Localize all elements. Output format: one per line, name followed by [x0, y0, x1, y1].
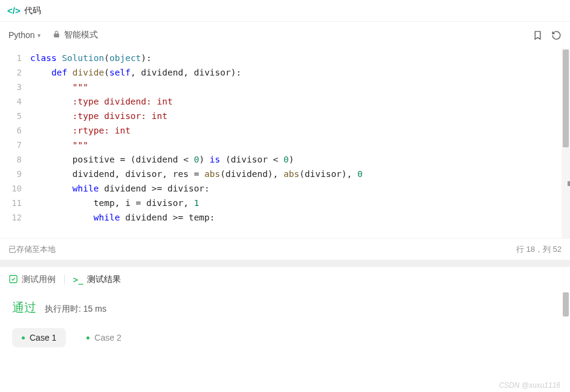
bookmark-button[interactable]: [533, 30, 543, 40]
code-editor[interactable]: 1 2 3 4 5 6 7 8 9 10 11 12 class Solutio…: [0, 48, 570, 238]
line-number: 10: [0, 181, 22, 196]
results-body: 通过 执行用时: 15 ms Case 1 Case 2: [0, 292, 570, 355]
terminal-icon: >_: [73, 275, 83, 284]
editor-scrollbar[interactable]: [562, 48, 570, 238]
tab-label: 测试用例: [22, 274, 56, 285]
case-label: Case 2: [94, 333, 121, 342]
line-number: 12: [0, 210, 22, 225]
panel-title: 代码: [24, 5, 41, 16]
case-2-button[interactable]: Case 2: [77, 328, 131, 347]
saved-status: 已存储至本地: [8, 244, 56, 255]
toolbar-right: [533, 30, 562, 40]
svg-rect-0: [10, 275, 17, 283]
line-number: 3: [0, 80, 22, 94]
code-panel-header: </> 代码: [0, 0, 570, 22]
mode-indicator: 智能模式: [53, 30, 98, 40]
results-scrollbar[interactable]: [563, 292, 569, 316]
line-number: 11: [0, 196, 22, 210]
line-number: 8: [0, 152, 22, 167]
language-label: Python: [8, 30, 35, 40]
check-icon: [8, 274, 18, 286]
tab-testcase[interactable]: 测试用例: [8, 273, 56, 287]
line-number: 7: [0, 138, 22, 152]
reset-button[interactable]: [551, 30, 562, 40]
chevron-down-icon: ▾: [37, 32, 40, 39]
tab-divider: [64, 275, 65, 284]
results-tabs: 测试用例 >_ 测试结果: [0, 267, 570, 292]
scrollbar-thumb[interactable]: [563, 50, 569, 147]
line-number: 4: [0, 94, 22, 109]
pass-label: 通过: [12, 300, 36, 316]
tab-results[interactable]: >_ 测试结果: [73, 273, 121, 286]
line-number: 9: [0, 167, 22, 181]
toolbar-left: Python ▾ 智能模式: [8, 30, 98, 40]
editor-toolbar: Python ▾ 智能模式: [0, 22, 570, 48]
language-selector[interactable]: Python ▾: [8, 30, 40, 40]
minimap-marker: [568, 181, 570, 186]
line-gutter: 1 2 3 4 5 6 7 8 9 10 11 12: [0, 48, 30, 238]
line-number: 2: [0, 65, 22, 80]
tab-label: 测试结果: [87, 274, 121, 285]
line-number: 6: [0, 123, 22, 138]
line-number: 1: [0, 51, 22, 65]
case-1-button[interactable]: Case 1: [12, 328, 66, 347]
code-content[interactable]: class Solution(object): def divide(self,…: [30, 48, 570, 238]
mode-label: 智能模式: [64, 30, 98, 40]
cursor-position: 行 18，列 52: [516, 244, 562, 255]
watermark: CSDN @xuxu1116: [499, 381, 560, 390]
status-dot-icon: [22, 336, 25, 339]
result-status: 通过 执行用时: 15 ms: [12, 300, 558, 316]
status-dot-icon: [86, 336, 89, 339]
test-cases: Case 1 Case 2: [12, 328, 558, 347]
code-icon: </>: [7, 5, 21, 16]
line-number: 5: [0, 109, 22, 123]
editor-status-bar: 已存储至本地 行 18，列 52: [0, 238, 570, 260]
lock-icon: [53, 30, 60, 40]
case-label: Case 1: [30, 333, 56, 342]
panel-divider[interactable]: [0, 260, 570, 267]
runtime-label: 执行用时: 15 ms: [45, 304, 106, 315]
